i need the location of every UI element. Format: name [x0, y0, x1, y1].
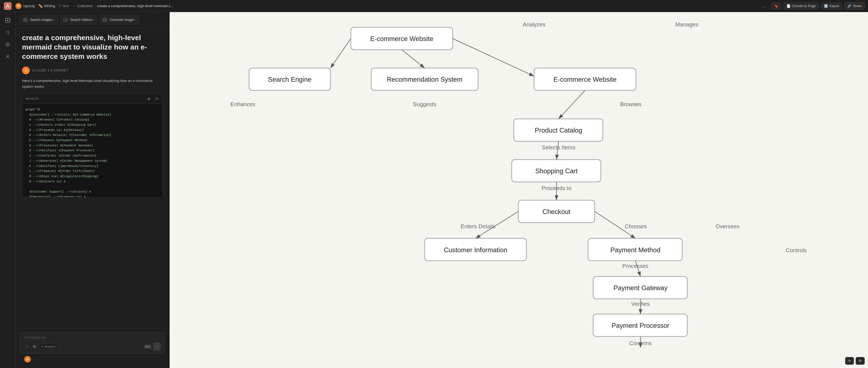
user-avatar: N [16, 3, 22, 9]
tool-item-left-3: Generate Image [102, 17, 133, 22]
tool-item-left: Search Images [23, 17, 52, 22]
code-header-actions: ▶ ⧉ [147, 96, 159, 101]
diagram-zoom-reset[interactable]: ⟳ [845, 357, 854, 365]
breadcrumb: ＋ Collection / create a comprehensive, h… [72, 4, 757, 8]
oversees-label: Oversees [715, 223, 739, 229]
generate-image-icon [102, 17, 107, 22]
convert-label: Convert to Page [792, 4, 816, 8]
search-videos-icon [63, 17, 68, 22]
convert-icon: 📄 [786, 4, 790, 8]
attach-button[interactable]: ✤ [32, 343, 37, 350]
customer-info-node: Customer Information [444, 246, 507, 254]
payment-gateway-node: Payment Gateway [614, 284, 668, 292]
generate-image-add-icon: + [133, 17, 136, 22]
diagram-bottom-bar: ⟳ ⚙ [845, 357, 865, 365]
chat-input-field[interactable] [24, 335, 161, 339]
chat-input-box: ☺ ✤ ✦ Sonnet ▾ Pro ↑ [20, 332, 165, 354]
chat-response-text: Here's a comprehensive, high-level Merma… [22, 78, 163, 90]
svg-point-6 [24, 19, 25, 20]
sidebar-new-icon[interactable] [3, 15, 13, 25]
code-block: mermaid ▶ ⧉ graph TD A[Customer] -->|Vis… [22, 94, 163, 198]
ecommerce-website-node: E-commerce Website [554, 76, 617, 83]
svg-line-25 [558, 91, 585, 119]
search-images-icon [23, 17, 28, 22]
controls-label: Controls [786, 247, 807, 253]
sidebar-person-icon[interactable] [3, 52, 13, 62]
now-label: Now [63, 4, 69, 8]
model-badge: C CLAUDE 3.5 SONNET [22, 67, 163, 74]
generate-image-tool[interactable]: Generate Image + [99, 15, 139, 25]
chat-panel: Search Images + Search Videos + [16, 12, 169, 368]
user-info[interactable]: N ngocdg [16, 3, 35, 9]
search-images-tool[interactable]: Search Images + [20, 15, 58, 25]
checkout-node: Checkout [542, 208, 570, 215]
chat-content: create a comprehensive, high-level merma… [16, 28, 169, 329]
product-catalog-node: Product Catalog [535, 127, 582, 134]
copy-code-button[interactable]: ⧉ [154, 96, 159, 101]
model-selector-label: Sonnet [44, 345, 54, 348]
emoji-button[interactable]: ☺ [24, 343, 30, 350]
search-images-add-icon: + [52, 17, 55, 22]
convert-to-page-button[interactable]: 📄 Convert to Page [783, 2, 819, 10]
more-options-button[interactable]: ... [760, 2, 769, 10]
svg-rect-7 [64, 19, 67, 21]
recommendation-node: Recommendation System [387, 76, 463, 83]
model-avatar: C [22, 67, 30, 74]
svg-line-23 [402, 50, 425, 68]
model-selector[interactable]: ✦ Sonnet ▾ [38, 344, 59, 349]
browses-label: Browses [620, 101, 642, 107]
bottom-bar: N ... [20, 354, 165, 365]
search-videos-label: Search Videos [70, 18, 92, 22]
export-button[interactable]: ⬆️ Export [821, 2, 842, 10]
user-bottom-avatar: N [24, 356, 31, 363]
enters-details-label: Enters Details [461, 223, 496, 229]
search-videos-tool[interactable]: Search Videos + [60, 15, 97, 25]
chat-input-area: ☺ ✤ ✦ Sonnet ▾ Pro ↑ N [16, 329, 169, 368]
chat-title: create a comprehensive, high-level merma… [22, 33, 163, 61]
bookmark-button[interactable]: 🔖 [771, 2, 781, 10]
code-header: mermaid ▶ ⧉ [22, 94, 162, 104]
logo[interactable] [3, 2, 12, 10]
search-engine-node: Search Engine [268, 76, 311, 83]
user-bottom-label: ... [33, 358, 35, 361]
website-node: E-commerce Website [370, 35, 433, 42]
bookmark-icon: 🔖 [774, 4, 778, 8]
share-button[interactable]: 🔗 Share [844, 2, 865, 10]
sidebar [0, 12, 16, 368]
generate-image-label: Generate Image [110, 18, 133, 22]
search-images-label: Search Images [30, 18, 52, 22]
writing-mode[interactable]: ✏️ Writing [38, 4, 55, 8]
sidebar-search-icon[interactable] [3, 28, 13, 37]
chooses-label: Chooses [625, 223, 647, 229]
export-label: Export [830, 4, 839, 8]
pro-badge: Pro [144, 345, 151, 349]
model-name-label: CLAUDE 3.5 SONNET [32, 68, 68, 72]
run-code-button[interactable]: ▶ [147, 96, 152, 101]
collection-link[interactable]: Collection [77, 4, 93, 8]
topbar: N ngocdg ✏️ Writing ⏱ Now ＋ Collection /… [0, 0, 868, 12]
payment-method-node: Payment Method [611, 246, 661, 254]
selects-items-label: Selects Items [542, 144, 575, 150]
breadcrumb-separator: / [94, 4, 96, 8]
manages-label: Manages [675, 22, 699, 28]
analyzes-label: Analyzes [523, 22, 545, 28]
svg-line-22 [331, 38, 351, 68]
tools-panel: Search Images + Search Videos + [16, 12, 169, 28]
svg-rect-5 [24, 18, 27, 22]
payment-processor-node: Payment Processor [612, 322, 670, 329]
diagram-panel: E-commerce Website Analyzes Manages Sear… [169, 12, 868, 368]
diagram-settings[interactable]: ⚙ [856, 357, 865, 365]
shopping-cart-node: Shopping Cart [535, 167, 578, 175]
send-button[interactable]: ↑ [153, 343, 161, 350]
user-name: ngocdg [23, 4, 35, 8]
svg-point-9 [104, 19, 106, 21]
enhances-label: Enhances [230, 101, 255, 107]
chat-input-bottom: ☺ ✤ ✦ Sonnet ▾ Pro ↑ [24, 343, 161, 350]
svg-rect-0 [4, 2, 11, 10]
main-layout: Search Images + Search Videos + [0, 12, 868, 368]
topbar-actions: ... 🔖 📄 Convert to Page ⬆️ Export 🔗 Shar… [760, 2, 865, 10]
code-body: graph TD A[Customer] -->|Visits| B[E-com… [22, 104, 162, 197]
processes-label: Processes [622, 263, 649, 269]
sidebar-globe-icon[interactable] [3, 40, 13, 49]
chat-input-tools: ☺ ✤ ✦ Sonnet ▾ [24, 343, 59, 350]
